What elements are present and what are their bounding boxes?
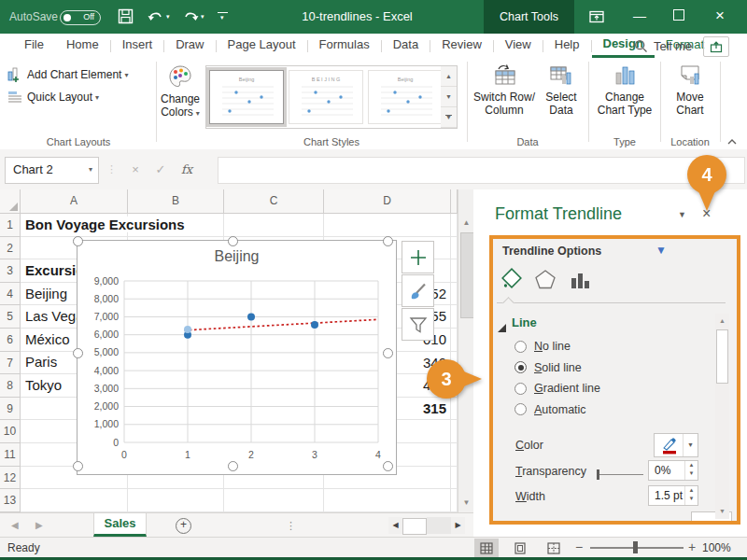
scroll-down-icon[interactable]: ▼ [715, 504, 729, 519]
scroll-left-icon[interactable]: ◀ [388, 517, 402, 534]
change-colors-button[interactable]: Change Colors▾ [157, 63, 204, 120]
row-header-5[interactable]: 5 [0, 305, 21, 329]
redo-icon[interactable] [181, 7, 200, 28]
close-button[interactable]: × [704, 0, 736, 34]
chart-style-thumbnail[interactable]: Beijing [209, 70, 284, 124]
width-spinbox[interactable]: 1.5 pt ▲▼ [648, 485, 698, 506]
cell-partial[interactable] [451, 214, 458, 237]
new-sheet-icon[interactable]: + [176, 518, 191, 534]
spinner-arrows-icon[interactable]: ▲▼ [684, 486, 698, 505]
row-header-10[interactable]: 10 [0, 420, 21, 443]
cell-B13[interactable] [128, 489, 224, 512]
save-icon[interactable] [118, 8, 134, 28]
column-header-partial[interactable] [451, 189, 458, 214]
cell-D1[interactable] [324, 214, 451, 237]
spinner-arrows-icon[interactable]: ▲▼ [684, 461, 698, 480]
scroll-up-icon[interactable]: ▲ [715, 314, 729, 329]
name-box[interactable]: Chart 2 ▾ [5, 157, 99, 184]
radio-gradient-line[interactable]: Gradient line [514, 380, 600, 397]
enter-icon[interactable]: ✓ [149, 157, 172, 182]
cell-partial[interactable] [451, 420, 458, 443]
sheet-tab-sales[interactable]: Sales [93, 513, 147, 537]
chart-elements-button[interactable] [402, 241, 434, 273]
zoom-out-icon[interactable]: − [575, 539, 583, 554]
pane-scrollbar-thumb[interactable] [716, 329, 728, 384]
chart-resize-handle[interactable] [228, 461, 238, 471]
collapse-section-icon[interactable] [498, 319, 507, 336]
pane-menu-icon[interactable]: ▼ [678, 210, 686, 219]
cell-A1[interactable]: Bon Voyage Excursions [21, 214, 128, 237]
customize-qat-arrow-icon[interactable]: ▾ [220, 14, 224, 21]
cell-partial[interactable] [451, 329, 458, 352]
tab-draw[interactable]: Draw [164, 34, 215, 58]
cell-partial[interactable] [451, 259, 458, 283]
radio-circle-icon[interactable] [514, 341, 527, 353]
row-header-4[interactable]: 4 [0, 283, 21, 306]
share-button[interactable] [703, 36, 729, 57]
options-dropdown-icon[interactable]: ▼ [655, 244, 667, 257]
tell-me[interactable]: Tell me [634, 34, 692, 58]
tab-review[interactable]: Review [430, 34, 493, 58]
quick-layout-button[interactable]: Quick Layout▾ [7, 90, 99, 105]
column-header-C[interactable]: C [224, 189, 324, 214]
formula-input[interactable] [218, 157, 745, 184]
cancel-icon[interactable]: × [124, 157, 147, 182]
outline-color-button[interactable]: ▼ [654, 433, 698, 457]
row-header-2[interactable]: 2 [0, 237, 21, 260]
row-header-11[interactable]: 11 [0, 443, 21, 467]
gallery-more-icon[interactable]: ▼ [441, 107, 457, 128]
trendline-options-header[interactable]: Trendline Options [502, 245, 601, 258]
tab-bar-splitter[interactable]: ⋮ [286, 513, 296, 538]
select-all-corner[interactable] [0, 189, 21, 214]
row-header-1[interactable]: 1 [0, 214, 21, 237]
transparency-slider-handle[interactable] [597, 469, 599, 480]
scroll-up-icon[interactable]: ▲ [458, 215, 474, 231]
chart-style-thumbnail[interactable]: B E I J I N G [289, 70, 363, 124]
radio-circle-icon[interactable] [514, 383, 527, 395]
vertical-scrollbar-thumb[interactable] [460, 232, 474, 318]
page-break-view-button[interactable] [542, 539, 566, 557]
tab-formulas[interactable]: Formulas [308, 34, 381, 58]
name-box-splitter[interactable]: ⋮ [106, 157, 117, 182]
context-tab-header[interactable]: Chart Tools [484, 0, 574, 34]
line-section-header[interactable]: Line [512, 315, 537, 329]
tab-home[interactable]: Home [55, 34, 110, 58]
undo-icon[interactable] [147, 7, 165, 28]
switch-row-column-button[interactable]: Switch Row/ Column [472, 63, 537, 117]
column-header-B[interactable]: B [128, 189, 224, 214]
transparency-spinbox[interactable]: 0% ▲▼ [648, 460, 698, 481]
redo-dropdown-icon[interactable]: ▾ [201, 13, 204, 21]
move-chart-button[interactable]: Move Chart [664, 63, 716, 117]
row-header-3[interactable]: 3 [0, 259, 21, 283]
row-header-8[interactable]: 8 [0, 374, 21, 398]
chart-resize-handle[interactable] [383, 236, 393, 246]
radio-no-line[interactable]: No line [514, 338, 571, 355]
radio-circle-icon[interactable] [514, 403, 527, 415]
row-header-7[interactable]: 7 [0, 352, 21, 375]
autosave-toggle[interactable]: Off [60, 10, 101, 25]
chart-resize-handle[interactable] [73, 461, 83, 471]
undo-dropdown-icon[interactable]: ▾ [166, 13, 170, 21]
chevron-down-icon[interactable]: ▼ [683, 434, 698, 456]
chart-filters-button[interactable] [402, 308, 434, 341]
column-header-D[interactable]: D [324, 189, 451, 214]
tab-view[interactable]: View [494, 34, 543, 58]
cell-partial[interactable] [451, 237, 458, 260]
chart-resize-handle[interactable] [73, 348, 83, 358]
horizontal-scrollbar-thumb[interactable] [402, 518, 427, 535]
cell-partial[interactable] [451, 305, 458, 329]
cell-C1[interactable] [224, 214, 324, 237]
scroll-right-icon[interactable]: ▶ [451, 517, 465, 534]
chart[interactable]: Beijing 9,0008,0007,0006,0005,0004,0003,… [77, 240, 397, 475]
tab-insert[interactable]: Insert [111, 34, 164, 58]
radio-automatic[interactable]: Automatic [514, 401, 586, 418]
ribbon-display-options-icon[interactable] [588, 8, 605, 29]
insert-function-icon[interactable]: fx [176, 157, 198, 182]
cell-partial[interactable] [451, 443, 458, 467]
tab-file[interactable]: File [13, 34, 55, 58]
chart-resize-handle[interactable] [228, 236, 238, 246]
chart-style-thumbnail[interactable]: Beijing [368, 70, 443, 124]
vertical-scrollbar[interactable]: ▲ ▼ [458, 189, 474, 512]
chevron-down-icon[interactable]: ▾ [89, 158, 92, 181]
column-header-A[interactable]: A [21, 189, 128, 214]
